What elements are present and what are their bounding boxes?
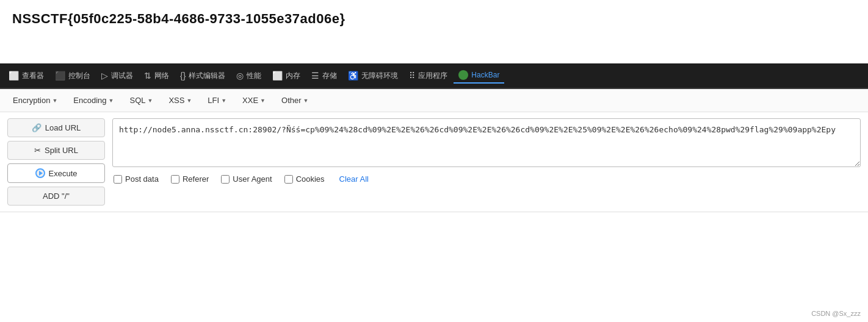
hackbar-icon: [458, 70, 468, 80]
menu-lfi[interactable]: LFI ▼: [201, 93, 233, 108]
other-arrow: ▼: [303, 98, 309, 104]
load-url-label: Load URL: [45, 123, 81, 132]
devtools-style-editor[interactable]: {} 样式编辑器: [175, 68, 230, 84]
devtools-performance[interactable]: ◎ 性能: [231, 68, 266, 84]
referer-checkbox-label[interactable]: Referer: [171, 174, 209, 184]
devtools-debugger[interactable]: ▷ 调试器: [96, 68, 138, 84]
storage-label: 存储: [322, 71, 337, 81]
load-url-icon: 🔗: [32, 123, 42, 132]
add-slash-button[interactable]: ADD "/": [7, 187, 105, 206]
sql-label: SQL: [129, 96, 145, 105]
menu-other[interactable]: Other ▼: [275, 93, 315, 108]
load-url-button[interactable]: 🔗 Load URL: [7, 118, 105, 137]
style-editor-label: 样式编辑器: [189, 71, 225, 81]
console-icon: ⬛: [55, 71, 65, 80]
devtools-apps[interactable]: ⠿ 应用程序: [404, 68, 452, 84]
hackbar-panel: Encryption ▼ Encoding ▼ SQL ▼ XSS ▼ LFI …: [0, 89, 868, 212]
performance-icon: ◎: [236, 71, 244, 80]
devtools-inspector[interactable]: ⬜ 查看器: [4, 68, 49, 84]
cookies-label: Cookies: [296, 174, 325, 184]
menu-encryption[interactable]: Encryption ▼: [6, 93, 64, 108]
xss-label: XSS: [168, 96, 184, 105]
inspector-icon: ⬜: [9, 71, 19, 80]
style-editor-icon: {}: [180, 71, 186, 80]
left-buttons: 🔗 Load URL ✂ Split URL Execute ADD "/": [7, 118, 105, 206]
lfi-arrow: ▼: [221, 98, 226, 104]
sql-arrow: ▼: [148, 98, 153, 104]
debugger-label: 调试器: [111, 71, 133, 81]
split-url-button[interactable]: ✂ Split URL: [7, 141, 105, 160]
lfi-label: LFI: [208, 96, 219, 105]
cookies-checkbox[interactable]: [284, 175, 293, 184]
xxe-label: XXE: [242, 96, 258, 105]
xxe-arrow: ▼: [260, 98, 266, 104]
devtools-accessibility[interactable]: ♿ 无障碍环境: [343, 68, 403, 84]
encryption-label: Encryption: [13, 96, 50, 105]
checkboxes-row: Post data Referer User Agent Cookies Cle…: [112, 174, 861, 184]
post-data-label: Post data: [125, 174, 159, 184]
user-agent-checkbox-label[interactable]: User Agent: [221, 174, 272, 184]
inspector-label: 查看器: [22, 71, 44, 81]
apps-label: 应用程序: [418, 71, 447, 81]
network-label: 网络: [154, 71, 169, 81]
referer-label: Referer: [183, 174, 209, 184]
devtools-console[interactable]: ⬛ 控制台: [50, 68, 95, 84]
menu-encoding[interactable]: Encoding ▼: [67, 93, 120, 108]
execute-icon: [35, 168, 45, 178]
encoding-label: Encoding: [73, 96, 106, 105]
split-url-icon: ✂: [34, 146, 41, 155]
user-agent-checkbox[interactable]: [221, 175, 230, 184]
clear-all-button[interactable]: Clear All: [339, 174, 369, 184]
storage-icon: ☰: [311, 71, 319, 80]
url-area: Post data Referer User Agent Cookies Cle…: [112, 118, 861, 184]
hackbar-body: 🔗 Load URL ✂ Split URL Execute ADD "/": [0, 112, 868, 212]
menu-xss[interactable]: XSS ▼: [162, 93, 198, 108]
hackbar-menu: Encryption ▼ Encoding ▼ SQL ▼ XSS ▼ LFI …: [0, 89, 868, 112]
post-data-checkbox-label[interactable]: Post data: [114, 174, 159, 184]
network-icon: ⇅: [144, 71, 151, 80]
post-data-checkbox[interactable]: [114, 175, 122, 184]
devtools-storage[interactable]: ☰ 存储: [306, 68, 342, 84]
hackbar-label: HackBar: [471, 71, 499, 79]
execute-label: Execute: [49, 169, 78, 178]
memory-icon: ⬜: [272, 71, 283, 80]
url-input[interactable]: [112, 118, 861, 167]
devtools-bar: ⬜ 查看器 ⬛ 控制台 ▷ 调试器 ⇅ 网络 {} 样式编辑器 ◎ 性能 ⬜ 内…: [0, 63, 868, 89]
accessibility-label: 无障碍环境: [361, 71, 398, 81]
top-content: NSSCTF{05f0c225-58b4-4686-9733-1055e37ad…: [0, 0, 868, 63]
menu-xxe[interactable]: XXE ▼: [236, 93, 272, 108]
split-url-label: Split URL: [45, 146, 78, 155]
execute-button[interactable]: Execute: [7, 163, 105, 183]
devtools-memory[interactable]: ⬜ 内存: [267, 68, 305, 84]
other-label: Other: [281, 96, 302, 105]
debugger-icon: ▷: [101, 71, 108, 80]
console-label: 控制台: [68, 71, 90, 81]
xss-arrow: ▼: [186, 98, 192, 104]
accessibility-icon: ♿: [348, 71, 358, 80]
performance-label: 性能: [247, 71, 261, 81]
apps-icon: ⠿: [409, 71, 415, 80]
add-slash-label: ADD "/": [43, 191, 70, 201]
cookies-checkbox-label[interactable]: Cookies: [284, 174, 325, 184]
devtools-hackbar[interactable]: HackBar: [454, 68, 504, 84]
menu-sql[interactable]: SQL ▼: [123, 93, 159, 108]
user-agent-label: User Agent: [233, 174, 272, 184]
encryption-arrow: ▼: [52, 98, 57, 104]
memory-label: 内存: [286, 71, 300, 81]
referer-checkbox[interactable]: [171, 175, 179, 184]
encoding-arrow: ▼: [109, 98, 114, 104]
flag-text: NSSCTF{05f0c225-58b4-4686-9733-1055e37ad…: [12, 11, 345, 26]
devtools-network[interactable]: ⇅ 网络: [139, 68, 174, 84]
